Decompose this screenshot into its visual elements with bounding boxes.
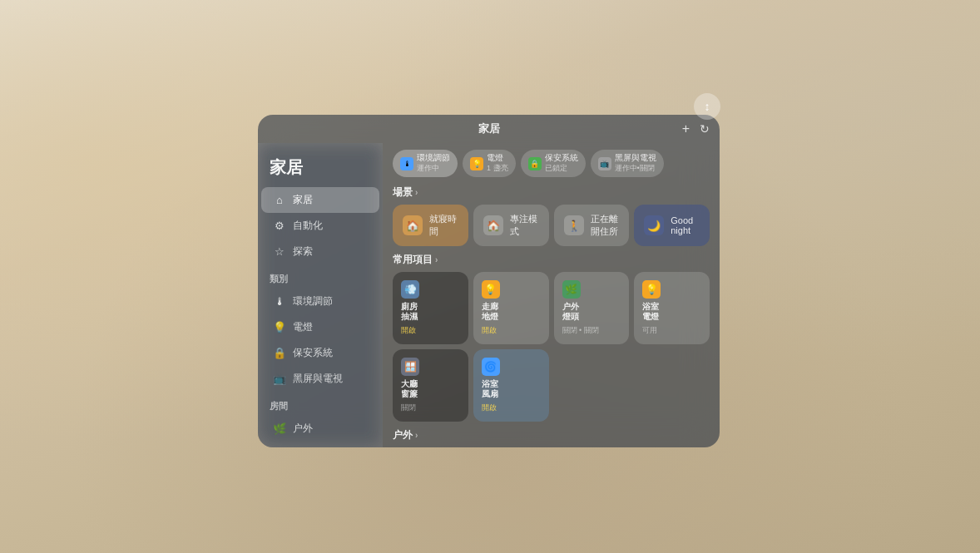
light-icon: 💡 xyxy=(273,321,286,333)
pill-climate-icon: 🌡 xyxy=(400,157,413,170)
title-bar: 家居 + ↻ xyxy=(258,115,720,143)
sidebar-label-automation: 自動化 xyxy=(293,219,323,233)
scene-goodnight[interactable]: 🌙 Good night xyxy=(634,205,710,246)
hallway-lights-status: 開啟 xyxy=(482,325,541,336)
sidebar-label-home: 家居 xyxy=(293,193,313,207)
pill-lights-icon: 💡 xyxy=(470,157,483,170)
pill-security-text: 保安系統 已鎖定 xyxy=(545,153,578,174)
common-chevron: › xyxy=(435,255,438,264)
item-fan[interactable]: 🌀 浴室風扇 開啟 xyxy=(473,349,549,422)
pill-security-icon: 🔒 xyxy=(528,157,542,170)
sidebar-item-outdoor[interactable]: 🌿 户外 xyxy=(261,416,379,442)
pill-lights-text: 電燈 1 盞亮 xyxy=(487,153,508,174)
scene-occupied-label: 正在離開住所 xyxy=(591,213,620,238)
sidebar-item-climate[interactable]: 🌡 環境調節 xyxy=(261,289,379,314)
bathroom-fan-icon: 💨 xyxy=(401,280,419,299)
sidebar-item-home[interactable]: ⌂ 家居 xyxy=(261,187,379,213)
sidebar-item-bathroom[interactable]: 🚿 浴室 xyxy=(261,442,379,447)
curtain-status: 關閉 xyxy=(401,402,460,413)
pill-lights[interactable]: 💡 電燈 1 盞亮 xyxy=(463,150,516,177)
scene-focus-label: 專注模式 xyxy=(510,213,539,238)
item-hallway-lights[interactable]: 💡 走廊地燈 開啟 xyxy=(473,272,549,344)
pill-climate-text: 環境調節 運作中 xyxy=(417,153,450,174)
pill-tv-icon: 📺 xyxy=(598,157,611,170)
sidebar-item-lights[interactable]: 💡 電燈 xyxy=(261,314,379,340)
bedroom-lights-icon: 💡 xyxy=(642,280,661,299)
scene-goodnight-icon: 🌙 xyxy=(644,215,664,235)
scenes-chevron: › xyxy=(415,188,418,197)
tv-icon: 📺 xyxy=(273,373,286,385)
item-bedroom-lights[interactable]: 💡 浴室電燈 可用 xyxy=(634,272,710,344)
sidebar-item-automation[interactable]: ⚙ 自動化 xyxy=(261,213,379,239)
bathroom-fan-name: 廁房抽濕 xyxy=(401,302,460,322)
automation-icon: ⚙ xyxy=(273,220,286,232)
lock-icon: 🔒 xyxy=(273,347,286,359)
items-grid: 💨 廁房抽濕 開啟 💡 走廊地燈 開啟 🌿 户外燈頭 關閉 • 關閉 xyxy=(393,272,710,422)
pill-tv[interactable]: 📺 黑屏與電視 運作中•關閉 xyxy=(591,150,664,177)
sidebar-label-explore: 探索 xyxy=(293,244,313,259)
scene-occupied[interactable]: 🚶 正在離開住所 xyxy=(554,205,630,246)
curtain-name: 大廳窗簾 xyxy=(401,379,460,399)
scene-morning-icon: 🏠 xyxy=(403,215,423,235)
pill-security[interactable]: 🔒 保安系統 已鎖定 xyxy=(521,150,586,177)
outdoor-lights-status: 關閉 • 關閉 xyxy=(562,325,621,336)
item-outdoor-lights[interactable]: 🌿 户外燈頭 關閉 • 關閉 xyxy=(554,272,630,344)
common-label: 常用項目 xyxy=(393,253,433,267)
fan-status: 開啟 xyxy=(482,402,541,413)
rooms-section-label: 房間 xyxy=(258,392,383,416)
sidebar-label-climate: 環境調節 xyxy=(293,294,333,309)
sidebar-label-lights: 電燈 xyxy=(293,320,313,334)
scenes-label: 場景 xyxy=(393,185,413,200)
sidebar-item-tv[interactable]: 📺 黑屏與電視 xyxy=(261,366,379,392)
app-window: 家居 + ↻ 家居 ⌂ 家居 ⚙ 自動化 ☆ 探索 類別 🌡 環境調節 xyxy=(258,115,720,447)
fan-name: 浴室風扇 xyxy=(482,379,541,399)
pill-tv-text: 黑屏與電視 運作中•關閉 xyxy=(615,153,656,174)
bathroom-fan-status: 開啟 xyxy=(401,325,460,336)
sidebar-item-security[interactable]: 🔒 保安系統 xyxy=(261,340,379,366)
main-panel: 🌡 環境調節 運作中 💡 電燈 1 盞亮 🔒 保安系 xyxy=(383,143,720,447)
scene-morning-label: 就寢時間 xyxy=(429,213,458,238)
refresh-button[interactable]: ↻ xyxy=(700,122,710,136)
scenes-section-header[interactable]: 場景 › xyxy=(393,185,710,200)
sidebar-label-tv: 黑屏與電視 xyxy=(293,372,343,386)
content-area: 家居 ⌂ 家居 ⚙ 自動化 ☆ 探索 類別 🌡 環境調節 💡 電燈 xyxy=(258,143,720,447)
outdoor-lights-name: 户外燈頭 xyxy=(562,302,621,322)
scene-focus[interactable]: 🏠 專注模式 xyxy=(473,205,549,246)
curtain-icon: 🪟 xyxy=(401,358,419,376)
sidebar-label-outdoor: 户外 xyxy=(293,422,313,436)
scene-focus-icon: 🏠 xyxy=(483,215,503,235)
climate-icon: 🌡 xyxy=(273,295,286,308)
outdoor-icon: 🌿 xyxy=(273,422,286,435)
fan-icon: 🌀 xyxy=(482,358,500,376)
star-icon: ☆ xyxy=(273,245,286,258)
home-icon: ⌂ xyxy=(273,194,286,206)
item-bathroom-fan[interactable]: 💨 廁房抽濕 開啟 xyxy=(393,272,468,344)
scene-morning[interactable]: 🏠 就寢時間 xyxy=(393,205,468,246)
bedroom-lights-status: 可用 xyxy=(642,325,701,336)
window-title: 家居 xyxy=(478,121,500,136)
common-section-header[interactable]: 常用項目 › xyxy=(393,253,710,267)
outdoor-section-header[interactable]: 户外 › xyxy=(393,428,710,442)
hallway-lights-icon: 💡 xyxy=(482,280,500,299)
scenes-row: 🏠 就寢時間 🏠 專注模式 🚶 正在離開住所 🌙 Good night xyxy=(393,205,710,246)
sidebar: 家居 ⌂ 家居 ⚙ 自動化 ☆ 探索 類別 🌡 環境調節 💡 電燈 xyxy=(258,143,383,447)
category-pills: 🌡 環境調節 運作中 💡 電燈 1 盞亮 🔒 保安系 xyxy=(393,150,710,177)
outdoor-lights-icon: 🌿 xyxy=(562,280,581,299)
sidebar-app-title: 家居 xyxy=(258,153,383,187)
pill-climate[interactable]: 🌡 環境調節 運作中 xyxy=(393,150,458,177)
outdoor-chevron: › xyxy=(415,431,418,440)
hallway-lights-name: 走廊地燈 xyxy=(482,302,541,322)
float-button[interactable]: ↕ xyxy=(694,93,720,120)
category-section-label: 類別 xyxy=(258,264,383,289)
item-curtain[interactable]: 🪟 大廳窗簾 關閉 xyxy=(393,349,468,422)
scene-goodnight-label: Good night xyxy=(671,215,700,235)
bedroom-lights-name: 浴室電燈 xyxy=(642,302,701,322)
scene-occupied-icon: 🚶 xyxy=(564,215,584,235)
outdoor-label: 户外 xyxy=(393,428,413,442)
add-button[interactable]: + xyxy=(682,121,690,136)
sidebar-label-security: 保安系統 xyxy=(293,346,333,360)
sidebar-item-explore[interactable]: ☆ 探索 xyxy=(261,239,379,264)
